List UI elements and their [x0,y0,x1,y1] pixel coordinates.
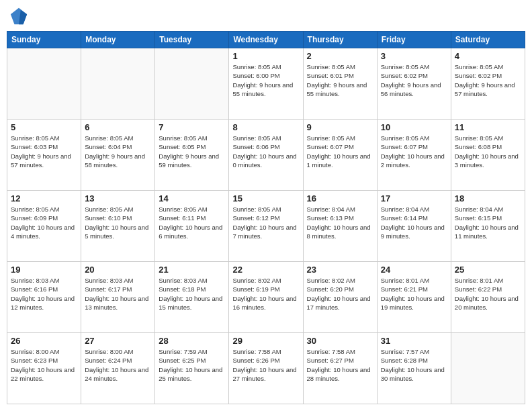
day-info: Sunrise: 8:04 AM Sunset: 6:14 PM Dayligh… [381,205,447,240]
weekday-row: SundayMondayTuesdayWednesdayThursdayFrid… [7,32,525,48]
weekday-header-wednesday: Wednesday [229,32,303,48]
header [7,7,525,26]
day-info: Sunrise: 8:00 AM Sunset: 6:24 PM Dayligh… [85,347,151,383]
calendar-cell: 16Sunrise: 8:04 AM Sunset: 6:13 PM Dayli… [303,191,377,262]
day-number: 10 [381,122,447,132]
calendar-cell: 26Sunrise: 8:00 AM Sunset: 6:23 PM Dayli… [7,333,81,404]
day-number: 16 [307,193,373,203]
calendar-cell: 14Sunrise: 8:05 AM Sunset: 6:11 PM Dayli… [155,191,229,262]
day-info: Sunrise: 8:03 AM Sunset: 6:18 PM Dayligh… [159,276,225,312]
day-number: 14 [159,193,225,203]
week-row-1: 1Sunrise: 8:05 AM Sunset: 6:00 PM Daylig… [7,48,525,120]
week-row-5: 26Sunrise: 8:00 AM Sunset: 6:23 PM Dayli… [7,333,525,404]
day-info: Sunrise: 8:05 AM Sunset: 6:11 PM Dayligh… [159,205,225,240]
weekday-header-monday: Monday [81,32,155,48]
calendar-cell: 21Sunrise: 8:03 AM Sunset: 6:18 PM Dayli… [155,262,229,333]
day-info: Sunrise: 8:00 AM Sunset: 6:23 PM Dayligh… [11,347,77,383]
day-number: 23 [307,265,373,275]
day-number: 29 [232,336,299,346]
day-number: 5 [11,122,77,132]
day-number: 24 [381,265,447,275]
day-number: 30 [307,336,373,346]
calendar-cell: 2Sunrise: 8:05 AM Sunset: 6:01 PM Daylig… [303,48,377,120]
day-number: 7 [159,122,225,132]
day-number: 31 [381,336,447,346]
calendar-body: 1Sunrise: 8:05 AM Sunset: 6:00 PM Daylig… [7,48,525,404]
calendar-cell [81,48,155,120]
weekday-header-friday: Friday [377,32,451,48]
calendar-cell: 3Sunrise: 8:05 AM Sunset: 6:02 PM Daylig… [377,48,451,120]
day-number: 17 [381,193,447,203]
calendar-cell: 19Sunrise: 8:03 AM Sunset: 6:16 PM Dayli… [7,262,81,333]
day-info: Sunrise: 8:05 AM Sunset: 6:01 PM Dayligh… [307,62,373,98]
day-number: 28 [159,336,225,346]
day-number: 18 [455,193,521,203]
calendar-cell: 24Sunrise: 8:01 AM Sunset: 6:21 PM Dayli… [377,262,451,333]
day-info: Sunrise: 8:05 AM Sunset: 6:04 PM Dayligh… [85,134,151,169]
page: SundayMondayTuesdayWednesdayThursdayFrid… [0,0,532,411]
calendar-cell: 15Sunrise: 8:05 AM Sunset: 6:12 PM Dayli… [229,191,303,262]
day-info: Sunrise: 8:01 AM Sunset: 6:21 PM Dayligh… [381,276,447,312]
calendar-cell: 4Sunrise: 8:05 AM Sunset: 6:02 PM Daylig… [451,48,525,120]
day-number: 3 [381,51,447,61]
day-info: Sunrise: 7:57 AM Sunset: 6:28 PM Dayligh… [381,347,447,383]
day-number: 25 [455,265,521,275]
day-info: Sunrise: 8:05 AM Sunset: 6:06 PM Dayligh… [232,134,299,169]
day-number: 12 [11,193,77,203]
day-number: 11 [455,122,521,132]
weekday-header-sunday: Sunday [7,32,81,48]
day-number: 27 [85,336,151,346]
day-number: 13 [85,193,151,203]
day-info: Sunrise: 8:04 AM Sunset: 6:13 PM Dayligh… [307,205,373,240]
day-number: 15 [232,193,299,203]
day-number: 21 [159,265,225,275]
calendar-cell: 10Sunrise: 8:05 AM Sunset: 6:07 PM Dayli… [377,120,451,191]
calendar-cell: 29Sunrise: 7:58 AM Sunset: 6:26 PM Dayli… [229,333,303,404]
day-number: 2 [307,51,373,61]
calendar-cell: 25Sunrise: 8:01 AM Sunset: 6:22 PM Dayli… [451,262,525,333]
day-info: Sunrise: 8:03 AM Sunset: 6:16 PM Dayligh… [11,276,77,312]
week-row-2: 5Sunrise: 8:05 AM Sunset: 6:03 PM Daylig… [7,120,525,191]
day-info: Sunrise: 8:05 AM Sunset: 6:07 PM Dayligh… [381,134,447,169]
day-info: Sunrise: 7:58 AM Sunset: 6:26 PM Dayligh… [232,347,299,383]
calendar-cell: 9Sunrise: 8:05 AM Sunset: 6:07 PM Daylig… [303,120,377,191]
calendar-cell: 18Sunrise: 8:04 AM Sunset: 6:15 PM Dayli… [451,191,525,262]
day-info: Sunrise: 8:05 AM Sunset: 6:03 PM Dayligh… [11,134,77,169]
day-number: 20 [85,265,151,275]
calendar-cell: 13Sunrise: 8:05 AM Sunset: 6:10 PM Dayli… [81,191,155,262]
day-info: Sunrise: 8:05 AM Sunset: 6:02 PM Dayligh… [381,62,447,98]
calendar-cell: 7Sunrise: 8:05 AM Sunset: 6:05 PM Daylig… [155,120,229,191]
day-info: Sunrise: 8:03 AM Sunset: 6:17 PM Dayligh… [85,276,151,312]
calendar-cell: 20Sunrise: 8:03 AM Sunset: 6:17 PM Dayli… [81,262,155,333]
day-info: Sunrise: 8:05 AM Sunset: 6:05 PM Dayligh… [159,134,225,169]
calendar-cell: 30Sunrise: 7:58 AM Sunset: 6:27 PM Dayli… [303,333,377,404]
weekday-header-thursday: Thursday [303,32,377,48]
day-info: Sunrise: 8:05 AM Sunset: 6:08 PM Dayligh… [455,134,521,169]
calendar-header: SundayMondayTuesdayWednesdayThursdayFrid… [7,32,525,48]
calendar-cell: 23Sunrise: 8:02 AM Sunset: 6:20 PM Dayli… [303,262,377,333]
day-number: 26 [11,336,77,346]
calendar-cell [7,48,81,120]
day-info: Sunrise: 7:58 AM Sunset: 6:27 PM Dayligh… [307,347,373,383]
calendar-cell [155,48,229,120]
calendar-cell: 8Sunrise: 8:05 AM Sunset: 6:06 PM Daylig… [229,120,303,191]
calendar-cell: 28Sunrise: 7:59 AM Sunset: 6:25 PM Dayli… [155,333,229,404]
logo [9,7,31,26]
calendar-cell: 27Sunrise: 8:00 AM Sunset: 6:24 PM Dayli… [81,333,155,404]
day-number: 6 [85,122,151,132]
day-info: Sunrise: 8:04 AM Sunset: 6:15 PM Dayligh… [455,205,521,240]
day-info: Sunrise: 7:59 AM Sunset: 6:25 PM Dayligh… [159,347,225,383]
calendar-table: SundayMondayTuesdayWednesdayThursdayFrid… [7,31,525,404]
day-number: 22 [232,265,299,275]
day-number: 4 [455,51,521,61]
calendar-cell [451,333,525,404]
day-info: Sunrise: 8:02 AM Sunset: 6:19 PM Dayligh… [232,276,299,312]
weekday-header-tuesday: Tuesday [155,32,229,48]
calendar-cell: 12Sunrise: 8:05 AM Sunset: 6:09 PM Dayli… [7,191,81,262]
day-info: Sunrise: 8:05 AM Sunset: 6:00 PM Dayligh… [232,62,299,98]
day-info: Sunrise: 8:05 AM Sunset: 6:10 PM Dayligh… [85,205,151,240]
calendar-cell: 5Sunrise: 8:05 AM Sunset: 6:03 PM Daylig… [7,120,81,191]
calendar-cell: 22Sunrise: 8:02 AM Sunset: 6:19 PM Dayli… [229,262,303,333]
day-info: Sunrise: 8:05 AM Sunset: 6:09 PM Dayligh… [11,205,77,240]
day-number: 8 [232,122,299,132]
